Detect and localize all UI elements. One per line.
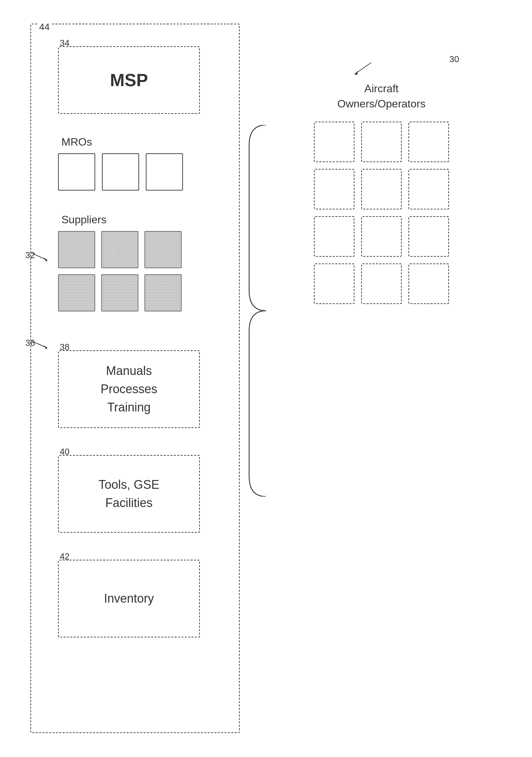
arrow-36 bbox=[32, 338, 52, 351]
svg-marker-5 bbox=[354, 71, 358, 75]
mro-box-1 bbox=[58, 153, 95, 191]
label-40: 40 bbox=[60, 447, 70, 457]
supplier-box-5 bbox=[101, 274, 138, 311]
supplier-box-1 bbox=[58, 231, 95, 268]
aircraft-box-4 bbox=[314, 169, 354, 209]
inventory-box: Inventory bbox=[58, 560, 200, 637]
inventory-container: 42 Inventory bbox=[58, 555, 200, 637]
manuals-label: ManualsProcessesTraining bbox=[101, 362, 157, 417]
box-44: 44 34 MSP MROs Suppliers bbox=[30, 24, 240, 733]
aircraft-label-line1: Aircraft bbox=[364, 82, 398, 95]
mros-container: MROs bbox=[58, 136, 183, 191]
aircraft-box-10 bbox=[314, 263, 354, 304]
tools-box: Tools, GSEFacilities bbox=[58, 455, 200, 533]
arrow-30 bbox=[348, 61, 375, 78]
aircraft-label: Aircraft Owners/Operators bbox=[314, 81, 449, 111]
suppliers-container: Suppliers bbox=[58, 213, 182, 311]
label-44: 44 bbox=[38, 22, 51, 32]
supplier-box-2 bbox=[101, 231, 138, 268]
tools-container: 40 Tools, GSEFacilities bbox=[58, 450, 200, 533]
aircraft-box-6 bbox=[408, 169, 449, 209]
manuals-container: 38 ManualsProcessesTraining bbox=[58, 345, 200, 428]
mro-box-3 bbox=[146, 153, 183, 191]
supplier-box-6 bbox=[144, 274, 182, 311]
aircraft-box-11 bbox=[361, 263, 402, 304]
aircraft-container: 30 Aircraft Owners/Operators bbox=[314, 81, 449, 304]
msp-box: MSP bbox=[58, 46, 200, 114]
aircraft-box-9 bbox=[408, 216, 449, 257]
aircraft-box-12 bbox=[408, 263, 449, 304]
aircraft-box-1 bbox=[314, 122, 354, 162]
label-34: 34 bbox=[60, 38, 70, 48]
label-42: 42 bbox=[60, 551, 70, 562]
aircraft-label-line2: Owners/Operators bbox=[337, 98, 425, 110]
aircraft-box-7 bbox=[314, 216, 354, 257]
diagram: 44 34 MSP MROs Suppliers bbox=[20, 14, 520, 750]
aircraft-box-2 bbox=[361, 122, 402, 162]
mro-box-2 bbox=[102, 153, 139, 191]
supplier-box-4 bbox=[58, 274, 95, 311]
curly-brace bbox=[246, 125, 280, 497]
manuals-box: ManualsProcessesTraining bbox=[58, 350, 200, 428]
aircraft-box-3 bbox=[408, 122, 449, 162]
suppliers-label: Suppliers bbox=[61, 213, 182, 226]
inventory-label: Inventory bbox=[104, 591, 154, 606]
msp-label: MSP bbox=[110, 70, 148, 90]
aircraft-box-5 bbox=[361, 169, 402, 209]
aircraft-box-8 bbox=[361, 216, 402, 257]
mros-label: MROs bbox=[61, 136, 183, 148]
aircraft-grid bbox=[314, 122, 449, 304]
tools-label: Tools, GSEFacilities bbox=[99, 476, 159, 512]
label-30: 30 bbox=[449, 54, 459, 65]
supplier-box-3 bbox=[144, 231, 182, 268]
msp-container: 34 MSP bbox=[58, 41, 200, 114]
suppliers-grid bbox=[58, 231, 182, 311]
mros-boxes bbox=[58, 153, 183, 191]
label-38: 38 bbox=[60, 342, 70, 352]
arrow-32 bbox=[32, 250, 52, 263]
